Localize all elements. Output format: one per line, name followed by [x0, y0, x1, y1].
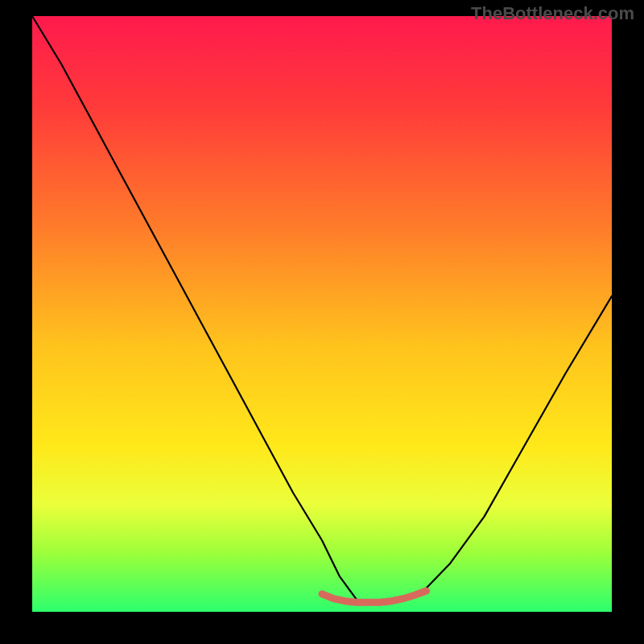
chart-overlay — [32, 16, 612, 612]
watermark-text: TheBottleneck.com — [471, 3, 634, 24]
valley-marker-path — [322, 591, 427, 602]
chart-frame: TheBottleneck.com — [0, 0, 644, 644]
bottleneck-curve-path — [32, 16, 612, 600]
